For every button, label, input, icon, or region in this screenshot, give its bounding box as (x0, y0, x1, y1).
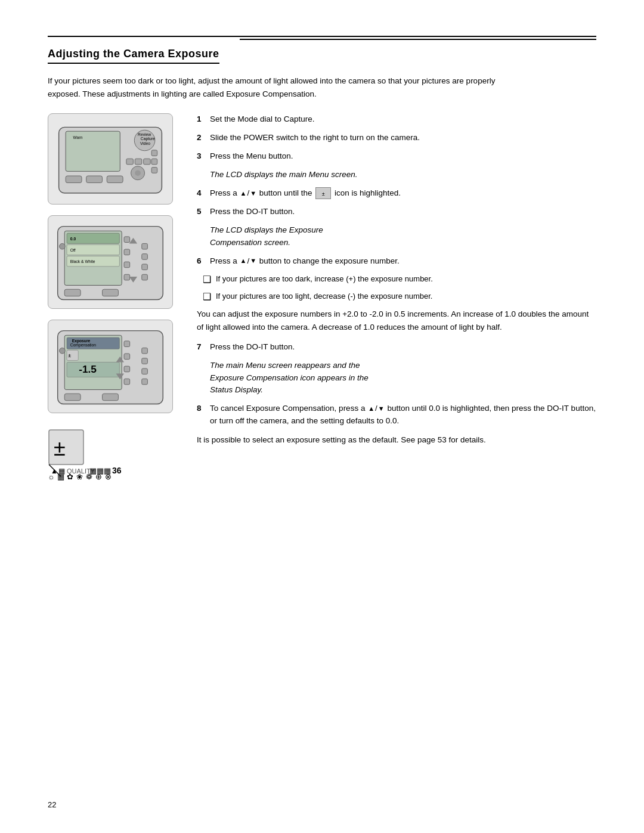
step-7-note-line1: The main Menu screen reappears and the (210, 361, 360, 370)
svg-text:Compensation: Compensation (70, 343, 96, 348)
step-1: 1 Set the Mode dial to Capture. (197, 113, 596, 126)
top-line-2 (240, 39, 596, 40)
step-1-text: Set the Mode dial to Capture. (210, 114, 315, 123)
svg-text:0.0: 0.0 (70, 236, 76, 240)
content-area: Warn Review Capture Video (48, 113, 596, 484)
step-7-number: 7 (197, 341, 210, 354)
step-8-number: 8 (197, 402, 210, 428)
svg-rect-54 (124, 379, 130, 385)
svg-rect-29 (124, 262, 130, 268)
step-4-number: 4 (197, 187, 210, 200)
svg-rect-55 (64, 394, 80, 401)
svg-text:▦: ▦ (58, 467, 65, 475)
step-5-note-line1: The LCD displays the Exposure (210, 225, 323, 234)
svg-rect-12 (107, 176, 123, 183)
svg-rect-36 (142, 253, 148, 259)
svg-rect-7 (126, 159, 134, 165)
svg-rect-13 (151, 150, 157, 156)
step-7-note-line3: Status Display. (210, 385, 263, 394)
step-7: 7 Press the DO-IT button. (197, 341, 596, 354)
step-5-number: 5 (197, 206, 210, 218)
svg-rect-33 (64, 289, 80, 296)
svg-text:Review: Review (138, 132, 151, 137)
svg-rect-8 (135, 159, 142, 165)
svg-rect-34 (103, 289, 119, 296)
svg-rect-11 (86, 176, 103, 183)
arrow-down-icon: ▼ (250, 188, 256, 199)
svg-text:±: ± (68, 352, 71, 358)
svg-rect-53 (124, 366, 130, 372)
svg-text:▲: ▲ (51, 467, 58, 475)
step-5-note: The LCD displays the Exposure Compensati… (197, 224, 596, 249)
step-4-content: Press a ▲/▼ button until the ± icon is h… (210, 187, 596, 200)
top-line-1 (48, 36, 596, 37)
right-column: 1 Set the Mode dial to Capture. 2 Slide … (197, 113, 596, 454)
bullet-1-text: If your pictures are too dark, increase … (216, 273, 433, 287)
step-8: 8 To cancel Exposure Compensation, press… (197, 402, 596, 428)
step-3-content: Press the Menu button. (210, 150, 596, 163)
step-2-text: Slide the POWER switch to the right to t… (210, 133, 420, 142)
step-2: 2 Slide the POWER switch to the right to… (197, 132, 596, 144)
svg-rect-30 (124, 274, 130, 280)
svg-text:-1.5: -1.5 (79, 363, 97, 374)
arrow-down-icon-2: ▼ (250, 256, 256, 266)
svg-rect-51 (124, 341, 130, 347)
step-3-note: The LCD displays the main Menu screen. (197, 169, 596, 181)
step-4: 4 Press a ▲/▼ button until the ± icon is… (197, 187, 596, 200)
svg-text:±: ± (54, 436, 66, 460)
arrow-up-icon-3: ▲ (368, 404, 374, 414)
svg-rect-59 (142, 368, 148, 374)
svg-rect-58 (142, 358, 148, 364)
svg-rect-35 (142, 243, 148, 249)
step-2-number: 2 (197, 132, 210, 144)
bullet-checkbox-2: ❑ (203, 290, 211, 304)
bullet-2-text: If your pictures are too light, decrease… (216, 290, 432, 304)
svg-rect-52 (124, 354, 130, 360)
left-column: Warn Review Capture Video (48, 113, 179, 484)
step-6-content: Press a ▲/▼ button to change the exposur… (210, 255, 596, 268)
camera-image-1: Warn Review Capture Video (48, 113, 173, 204)
step-6: 6 Press a ▲/▼ button to change the expos… (197, 255, 596, 268)
status-display-panel: ± ☼ ▦ ✿ ❀ ❁ ⊕ ⊗ ▲ ▦ QUALITY ▦▦▦ 36 (48, 429, 179, 484)
step-1-number: 1 (197, 113, 210, 126)
step-5-content: Press the DO-IT button. (210, 206, 596, 218)
svg-point-26 (60, 243, 66, 249)
step-5-note-line2: Compensation screen. (210, 238, 290, 247)
section-title: Adjusting the Camera Exposure (48, 48, 219, 64)
svg-rect-27 (124, 236, 130, 242)
svg-rect-56 (103, 394, 119, 401)
svg-text:36: 36 (112, 466, 122, 475)
final-paragraph: It is possible to select an exposure set… (197, 433, 596, 447)
step-6-number: 6 (197, 255, 210, 268)
step-3-number: 3 (197, 150, 210, 163)
svg-rect-15 (151, 168, 157, 174)
step-3: 3 Press the Menu button. (197, 150, 596, 163)
step-7-note: The main Menu screen reappears and the E… (197, 360, 596, 397)
bullet-checkbox-1: ❑ (203, 272, 211, 287)
svg-text:Warn: Warn (73, 135, 83, 140)
step-5: 5 Press the DO-IT button. (197, 206, 596, 218)
arrow-up-icon: ▲ (240, 188, 247, 199)
camera-image-3: Exposure Compensation ± -1.5 (48, 320, 173, 413)
page: Adjusting the Camera Exposure If your pi… (0, 0, 644, 833)
step-7-text: Press the DO-IT button. (210, 342, 295, 351)
camera-image-2: 0.0 Off Black & White (48, 215, 173, 309)
exposure-icon-inline: ± (315, 187, 331, 199)
top-decorative-lines (48, 36, 596, 42)
step-3-text: Press the Menu button. (210, 151, 293, 160)
step-8-content: To cancel Exposure Compensation, press a… (210, 402, 596, 428)
step-1-content: Set the Mode dial to Capture. (210, 113, 596, 126)
step-6-bullet-2: ❑ If your pictures are too light, decrea… (197, 290, 596, 304)
svg-rect-9 (144, 159, 151, 165)
svg-rect-14 (151, 159, 157, 165)
svg-rect-60 (142, 379, 148, 385)
step-6-bullet-1: ❑ If your pictures are too dark, increas… (197, 273, 596, 287)
svg-text:▦▦▦: ▦▦▦ (89, 466, 111, 475)
svg-rect-38 (142, 274, 148, 280)
arrow-down-icon-3: ▼ (378, 404, 385, 414)
svg-text:Off: Off (70, 247, 76, 252)
svg-point-17 (135, 171, 141, 176)
svg-text:Video: Video (140, 141, 150, 145)
step-7-note-line2: Exposure Compensation icon appears in th… (210, 373, 369, 382)
arrow-up-icon-2: ▲ (240, 256, 247, 266)
